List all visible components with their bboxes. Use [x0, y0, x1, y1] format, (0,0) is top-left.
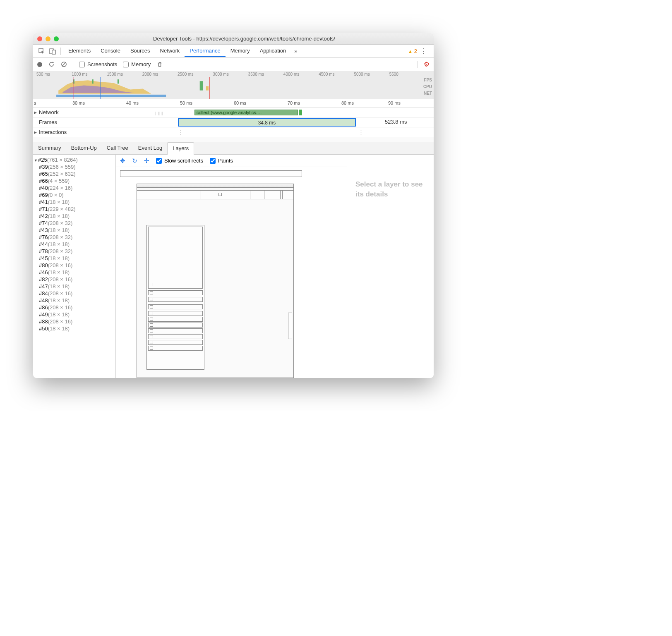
- dtab-layers[interactable]: Layers: [167, 142, 194, 155]
- chevron-right-icon[interactable]: ▶: [34, 110, 37, 115]
- tab-sources[interactable]: Sources: [125, 45, 155, 57]
- layer-tree-item[interactable]: #80(208 × 16): [33, 262, 115, 269]
- layer-tree-item[interactable]: #48(18 × 18): [33, 297, 115, 304]
- layer-rect[interactable]: [148, 346, 203, 351]
- layer-rect[interactable]: [148, 340, 203, 345]
- slow-scroll-checkbox[interactable]: Slow scroll rects: [156, 158, 203, 164]
- maximize-icon[interactable]: [54, 36, 59, 41]
- dtab-summary[interactable]: Summary: [33, 142, 66, 154]
- layer-rect[interactable]: [137, 184, 294, 188]
- interactions-track[interactable]: ▶ Interactions ⋮ ⋮: [33, 127, 434, 137]
- layer-rect[interactable]: [150, 312, 153, 315]
- tab-network[interactable]: Network: [155, 45, 185, 57]
- layer-tree-item[interactable]: #45(18 × 18): [33, 255, 115, 262]
- layer-tree-item[interactable]: #84(208 × 16): [33, 290, 115, 297]
- reload-icon[interactable]: [48, 61, 55, 68]
- layer-tree-item[interactable]: #47(18 × 18): [33, 283, 115, 290]
- frames-track[interactable]: Frames 34.8 ms 523.8 ms: [33, 117, 434, 127]
- layer-rect[interactable]: [150, 341, 153, 344]
- network-request-bar[interactable]: collect (www.google-analytics.…: [194, 110, 298, 115]
- tab-memory[interactable]: Memory: [226, 45, 255, 57]
- layer-rect[interactable]: [150, 305, 153, 308]
- layer-rect[interactable]: [150, 298, 153, 301]
- layer-tree-item[interactable]: #76(208 × 32): [33, 234, 115, 241]
- chevron-right-icon[interactable]: ▶: [34, 130, 37, 134]
- layer-tree-item[interactable]: #65(252 × 632): [33, 170, 115, 177]
- dtab-eventlog[interactable]: Event Log: [133, 142, 168, 154]
- kebab-menu-icon[interactable]: ⋮: [417, 47, 430, 55]
- tab-application[interactable]: Application: [255, 45, 291, 57]
- dtab-bottomup[interactable]: Bottom-Up: [66, 142, 102, 154]
- layer-tree-item[interactable]: #88(208 × 16): [33, 318, 115, 325]
- layer-tree-item[interactable]: #49(18 × 18): [33, 311, 115, 318]
- detail-ruler[interactable]: s 30 ms 40 ms 50 ms 60 ms 70 ms 80 ms 90…: [33, 99, 434, 108]
- layer-tree-item[interactable]: #69(0 × 0): [33, 191, 115, 198]
- layer-tree-item[interactable]: #46(18 × 18): [33, 269, 115, 276]
- memory-input[interactable]: [123, 62, 129, 67]
- layer-rect[interactable]: [148, 323, 203, 328]
- layer-tree-item[interactable]: #43(18 × 18): [33, 227, 115, 234]
- layer-tree-item[interactable]: #41(18 × 18): [33, 198, 115, 206]
- device-icon[interactable]: [47, 46, 58, 56]
- paints-checkbox[interactable]: Paints: [210, 158, 233, 164]
- pan-icon[interactable]: ✥: [120, 157, 125, 165]
- warning-badge[interactable]: 2: [408, 48, 417, 54]
- layer-tree-item[interactable]: #44(18 × 18): [33, 241, 115, 248]
- layer-rect[interactable]: [201, 190, 250, 199]
- screenshots-checkbox[interactable]: Screenshots: [79, 61, 117, 67]
- layer-rect[interactable]: [148, 317, 203, 322]
- layer-rect[interactable]: [288, 313, 292, 339]
- tab-performance[interactable]: Performance: [185, 45, 225, 57]
- tab-console[interactable]: Console: [96, 45, 125, 57]
- inspect-icon[interactable]: [36, 46, 47, 56]
- layer-rect[interactable]: [148, 334, 203, 339]
- slow-scroll-input[interactable]: [156, 158, 162, 164]
- layer-rect[interactable]: [282, 190, 294, 199]
- settings-gear-icon[interactable]: ⚙: [424, 60, 430, 68]
- screenshots-input[interactable]: [79, 62, 85, 67]
- timeline-overview[interactable]: 500 ms 1000 ms 1500 ms 2000 ms 2500 ms 3…: [33, 71, 434, 99]
- layer-tree-item[interactable]: #78(208 × 32): [33, 248, 115, 255]
- layer-rect[interactable]: [148, 227, 203, 289]
- layer-rect[interactable]: [150, 335, 153, 338]
- paints-input[interactable]: [210, 158, 216, 164]
- layer-tree-item[interactable]: #40(224 × 16): [33, 184, 115, 191]
- layer-canvas[interactable]: [116, 167, 347, 378]
- layer-tree-item[interactable]: #42(18 × 18): [33, 213, 115, 220]
- clear-icon[interactable]: [60, 61, 67, 68]
- layer-tree-item[interactable]: #39(256 × 559): [33, 163, 115, 170]
- layer-rect[interactable]: [150, 318, 153, 321]
- rotate-icon[interactable]: ↻: [132, 157, 137, 165]
- layer-rect[interactable]: [264, 190, 281, 199]
- layer-rect[interactable]: [148, 290, 203, 295]
- dtab-calltree[interactable]: Call Tree: [102, 142, 133, 154]
- trash-icon[interactable]: [156, 61, 163, 68]
- drag-handle-icon[interactable]: ⋮: [178, 129, 183, 135]
- layer-rect[interactable]: [218, 193, 222, 196]
- network-track[interactable]: ▶ Network |||||| collect (www.google-ana…: [33, 108, 434, 117]
- layer-rect[interactable]: [148, 297, 203, 302]
- reset-icon[interactable]: ✢: [144, 157, 149, 165]
- minimize-icon[interactable]: [46, 36, 50, 41]
- layer-rect[interactable]: [148, 311, 203, 316]
- layer-tree-item[interactable]: #50(18 × 18): [33, 325, 115, 332]
- layer-rect[interactable]: [150, 323, 153, 327]
- layer-rect[interactable]: [120, 170, 302, 177]
- memory-checkbox[interactable]: Memory: [123, 61, 151, 67]
- drag-handle-icon[interactable]: ⋮: [358, 129, 364, 135]
- layer-tree-item[interactable]: #74(208 × 32): [33, 220, 115, 227]
- layer-tree-item[interactable]: #71(229 × 482): [33, 206, 115, 213]
- layer-tree-item[interactable]: #66(4 × 559): [33, 177, 115, 184]
- layer-rect[interactable]: [148, 304, 203, 309]
- tab-elements[interactable]: Elements: [63, 45, 96, 57]
- layer-rect[interactable]: [150, 329, 153, 332]
- more-tabs-icon[interactable]: »: [291, 48, 300, 54]
- frame-bar[interactable]: 34.8 ms: [178, 118, 356, 127]
- layer-tree-item[interactable]: #86(208 × 16): [33, 304, 115, 311]
- layer-rect[interactable]: [150, 291, 153, 294]
- record-icon[interactable]: [37, 62, 42, 67]
- layer-rect[interactable]: [150, 347, 153, 350]
- layer-tree-item[interactable]: ▼#25(761 × 8264): [33, 156, 115, 163]
- layer-rect[interactable]: [150, 283, 153, 286]
- close-icon[interactable]: [37, 36, 42, 41]
